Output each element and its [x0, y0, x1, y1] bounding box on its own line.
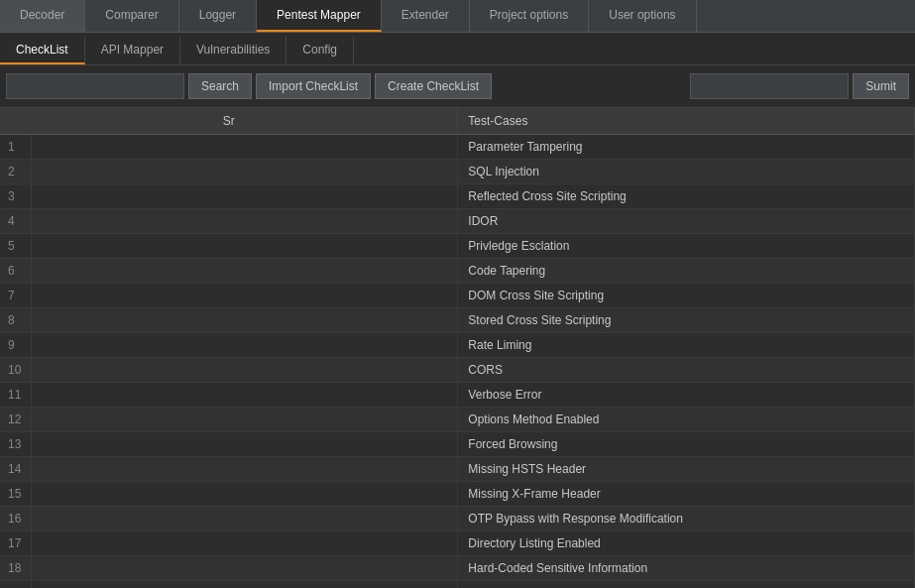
row-sr-empty	[32, 482, 458, 507]
row-number: 10	[0, 358, 32, 383]
row-number: 16	[0, 507, 32, 531]
row-testcase: Directory Listing Enabled	[458, 531, 915, 556]
row-number: 12	[0, 408, 32, 432]
row-testcase: Options Method Enabled	[458, 408, 915, 432]
sub-nav-tab-vulnerabilities[interactable]: Vulnerabilities	[180, 37, 286, 64]
row-number: 2	[0, 160, 32, 184]
table-row[interactable]: 2SQL Injection	[0, 160, 915, 184]
row-number: 15	[0, 482, 32, 507]
row-number: 1	[0, 135, 32, 160]
row-testcase: CORS	[458, 358, 915, 383]
checklist-table: Sr Test-Cases 1Parameter Tampering2SQL I…	[0, 108, 915, 588]
row-number: 5	[0, 234, 32, 259]
row-testcase: SQL Injection	[458, 160, 915, 184]
row-sr-empty	[32, 135, 458, 160]
top-nav-tab-project-options[interactable]: Project options	[470, 0, 589, 32]
row-sr-empty	[32, 531, 458, 556]
sub-nav-tab-config[interactable]: Config	[286, 37, 354, 64]
right-input[interactable]	[690, 73, 849, 99]
sr-column-header: Sr	[0, 108, 458, 135]
row-number: 4	[0, 209, 32, 234]
row-number: 13	[0, 432, 32, 457]
import-checklist-button[interactable]: Import CheckList	[256, 73, 371, 99]
row-number: 19	[0, 581, 32, 589]
table-container: Sr Test-Cases 1Parameter Tampering2SQL I…	[0, 108, 915, 588]
row-sr-empty	[32, 308, 458, 333]
row-sr-empty	[32, 209, 458, 234]
table-row[interactable]: 10CORS	[0, 358, 915, 383]
row-testcase: Stored Cross Site Scripting	[458, 308, 915, 333]
row-sr-empty	[32, 333, 458, 358]
table-row[interactable]: 4IDOR	[0, 209, 915, 234]
row-sr-empty	[32, 383, 458, 408]
search-input[interactable]	[6, 73, 184, 99]
row-number: 11	[0, 383, 32, 408]
row-testcase: Hard-Coded Sensitive Information	[458, 556, 915, 581]
testcases-column-header: Test-Cases	[458, 108, 915, 135]
top-nav-tab-pentest-mapper[interactable]: Pentest Mapper	[257, 0, 382, 32]
row-number: 18	[0, 556, 32, 581]
row-testcase: IDOR	[458, 209, 915, 234]
row-testcase: SSL not Enabled	[458, 581, 915, 589]
row-testcase: Code Tapering	[458, 259, 915, 284]
row-sr-empty	[32, 259, 458, 284]
sumit-button[interactable]: Sumit	[853, 73, 909, 99]
row-testcase: Verbose Error	[458, 383, 915, 408]
table-row[interactable]: 18Hard-Coded Sensitive Information	[0, 556, 915, 581]
table-row[interactable]: 6Code Tapering	[0, 259, 915, 284]
row-sr-empty	[32, 358, 458, 383]
row-number: 3	[0, 184, 32, 209]
row-number: 8	[0, 308, 32, 333]
top-nav-tab-extender[interactable]: Extender	[382, 0, 470, 32]
row-sr-empty	[32, 160, 458, 184]
table-row[interactable]: 7DOM Cross Site Scripting	[0, 284, 915, 308]
row-testcase: Missing X-Frame Header	[458, 482, 915, 507]
table-row[interactable]: 15Missing X-Frame Header	[0, 482, 915, 507]
row-testcase: DOM Cross Site Scripting	[458, 284, 915, 308]
row-testcase: Privledge Esclation	[458, 234, 915, 259]
row-number: 9	[0, 333, 32, 358]
row-testcase: OTP Bypass with Response Modification	[458, 507, 915, 531]
top-nav-tab-comparer[interactable]: Comparer	[85, 0, 178, 32]
row-testcase: Missing HSTS Header	[458, 457, 915, 482]
table-row[interactable]: 5Privledge Esclation	[0, 234, 915, 259]
row-sr-empty	[32, 457, 458, 482]
table-row[interactable]: 17Directory Listing Enabled	[0, 531, 915, 556]
row-number: 14	[0, 457, 32, 482]
table-row[interactable]: 14Missing HSTS Header	[0, 457, 915, 482]
table-row[interactable]: 16OTP Bypass with Response Modification	[0, 507, 915, 531]
row-sr-empty	[32, 284, 458, 308]
row-testcase: Forced Browsing	[458, 432, 915, 457]
row-number: 17	[0, 531, 32, 556]
table-row[interactable]: 12Options Method Enabled	[0, 408, 915, 432]
table-row[interactable]: 3Reflected Cross Site Scripting	[0, 184, 915, 209]
row-sr-empty	[32, 556, 458, 581]
row-sr-empty	[32, 581, 458, 589]
table-row[interactable]: 11Verbose Error	[0, 383, 915, 408]
sub-nav-tab-api-mapper[interactable]: API Mapper	[85, 37, 180, 64]
row-sr-empty	[32, 234, 458, 259]
toolbar: Search Import CheckList Create CheckList…	[0, 65, 915, 108]
row-testcase: Rate Liming	[458, 333, 915, 358]
row-sr-empty	[32, 507, 458, 531]
top-nav-tab-user-options[interactable]: User options	[589, 0, 696, 32]
row-testcase: Parameter Tampering	[458, 135, 915, 160]
table-row[interactable]: 8Stored Cross Site Scripting	[0, 308, 915, 333]
sub-nav-tab-checklist[interactable]: CheckList	[0, 37, 85, 64]
table-row[interactable]: 9Rate Liming	[0, 333, 915, 358]
search-button[interactable]: Search	[188, 73, 252, 99]
row-sr-empty	[32, 408, 458, 432]
table-row[interactable]: 19SSL not Enabled	[0, 581, 915, 589]
top-nav-tab-logger[interactable]: Logger	[179, 0, 257, 32]
top-nav: DecoderComparerLoggerPentest MapperExten…	[0, 0, 915, 33]
sub-nav: CheckListAPI MapperVulnerabilitiesConfig	[0, 33, 915, 65]
row-testcase: Reflected Cross Site Scripting	[458, 184, 915, 209]
table-row[interactable]: 1Parameter Tampering	[0, 135, 915, 160]
row-sr-empty	[32, 184, 458, 209]
table-header-row: Sr Test-Cases	[0, 108, 915, 135]
row-number: 7	[0, 284, 32, 308]
table-row[interactable]: 13Forced Browsing	[0, 432, 915, 457]
create-checklist-button[interactable]: Create CheckList	[375, 73, 492, 99]
top-nav-tab-decoder[interactable]: Decoder	[0, 0, 85, 32]
row-number: 6	[0, 259, 32, 284]
